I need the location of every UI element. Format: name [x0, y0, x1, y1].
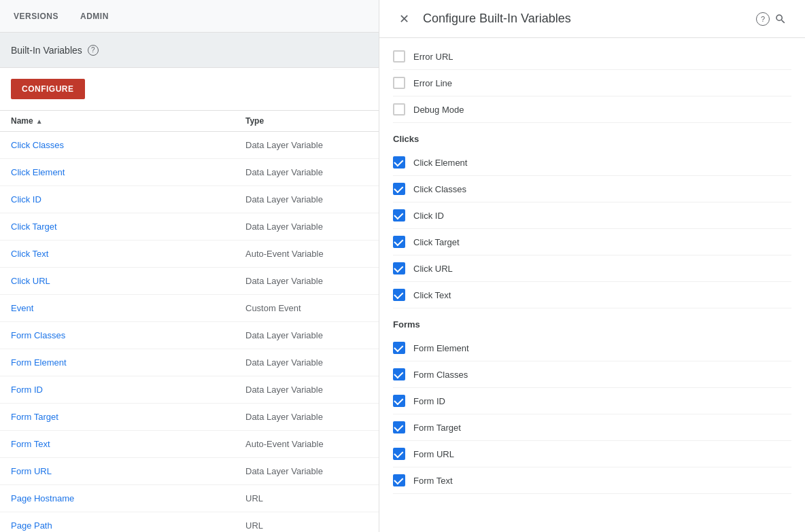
table-row[interactable]: Page Path URL: [0, 512, 379, 532]
table-row[interactable]: Form Classes Data Layer Variable: [0, 322, 379, 349]
row-name[interactable]: Click Classes: [11, 140, 245, 150]
variable-label: Click URL: [413, 264, 453, 274]
variable-checkbox[interactable]: [393, 156, 405, 169]
tab-admin[interactable]: ADMIN: [78, 0, 112, 33]
col-name-header: Name ▲: [11, 116, 245, 126]
table-row[interactable]: Form Target Data Layer Variable: [0, 404, 379, 431]
row-type: Auto-Event Variable: [245, 439, 368, 449]
table-row[interactable]: Form Text Auto-Event Variable: [0, 431, 379, 458]
panel-help-icon[interactable]: ?: [756, 12, 770, 26]
var-row: Click URL: [393, 255, 791, 282]
var-row: Form Element: [393, 335, 791, 361]
variable-label: Click ID: [413, 211, 444, 221]
row-type: Data Layer Variable: [245, 167, 368, 177]
row-type: Data Layer Variable: [245, 412, 368, 422]
table-row[interactable]: Event Custom Event: [0, 295, 379, 322]
variable-checkbox[interactable]: [393, 262, 405, 274]
variable-checkbox[interactable]: [393, 50, 405, 63]
table-row[interactable]: Page Hostname URL: [0, 485, 379, 512]
row-type: Data Layer Variable: [245, 357, 368, 368]
variable-label: Debug Mode: [413, 105, 464, 115]
row-name[interactable]: Page Hostname: [11, 493, 245, 503]
variable-label: Form URL: [413, 449, 454, 459]
variable-checkbox[interactable]: [393, 103, 405, 116]
variable-checkbox[interactable]: [393, 342, 405, 354]
table-row[interactable]: Form URL Data Layer Variable: [0, 458, 379, 485]
row-name[interactable]: Click ID: [11, 194, 245, 205]
variable-checkbox[interactable]: [393, 448, 405, 460]
row-type: URL: [245, 520, 368, 531]
col-type-header: Type: [245, 116, 368, 126]
variable-label: Form ID: [413, 396, 445, 406]
row-name[interactable]: Event: [11, 303, 245, 313]
table-row[interactable]: Click Target Data Layer Variable: [0, 213, 379, 241]
table-row[interactable]: Click Classes Data Layer Variable: [0, 132, 379, 159]
configure-button[interactable]: CONFIGURE: [11, 79, 85, 99]
row-type: Custom Event: [245, 303, 368, 313]
variable-label: Form Element: [413, 343, 469, 353]
row-type: Data Layer Variable: [245, 466, 368, 476]
row-name[interactable]: Form Target: [11, 412, 245, 422]
table-row[interactable]: Click URL Data Layer Variable: [0, 268, 379, 295]
row-name[interactable]: Page Path: [11, 520, 245, 531]
row-type: URL: [245, 493, 368, 503]
sort-icon: ▲: [36, 118, 43, 125]
variable-label: Form Target: [413, 423, 461, 433]
table-body: Click Classes Data Layer Variable Click …: [0, 132, 379, 532]
panel-header: ✕ Configure Built-In Variables ?: [379, 0, 805, 38]
var-row: Error URL: [393, 43, 791, 70]
section-label: Forms: [393, 308, 791, 335]
row-type: Data Layer Variable: [245, 330, 368, 340]
table-row[interactable]: Click ID Data Layer Variable: [0, 186, 379, 213]
variable-checkbox[interactable]: [393, 289, 405, 301]
variable-checkbox[interactable]: [393, 209, 405, 221]
close-button[interactable]: ✕: [393, 8, 415, 30]
var-row: Form Text: [393, 467, 791, 494]
row-type: Data Layer Variable: [245, 385, 368, 395]
table-row[interactable]: Form ID Data Layer Variable: [0, 376, 379, 404]
tab-versions[interactable]: VERSIONS: [11, 0, 61, 33]
variable-checkbox[interactable]: [393, 77, 405, 89]
variable-label: Click Text: [413, 290, 451, 300]
row-name[interactable]: Form Element: [11, 357, 245, 368]
row-name[interactable]: Form Text: [11, 439, 245, 449]
variable-checkbox[interactable]: [393, 236, 405, 248]
variable-checkbox[interactable]: [393, 474, 405, 486]
built-in-header: Built-In Variables ?: [0, 33, 379, 68]
var-row: Form URL: [393, 441, 791, 467]
search-icon[interactable]: [770, 8, 791, 30]
row-name[interactable]: Form ID: [11, 385, 245, 395]
var-row: Click Classes: [393, 176, 791, 202]
panel-title: Configure Built-In Variables: [423, 12, 751, 26]
variable-label: Click Target: [413, 237, 460, 247]
table-row[interactable]: Click Text Auto-Event Variable: [0, 241, 379, 268]
var-row: Click ID: [393, 202, 791, 229]
configure-section: CONFIGURE: [0, 68, 379, 111]
variable-checkbox[interactable]: [393, 395, 405, 407]
var-row: Click Text: [393, 282, 791, 308]
var-row: Debug Mode: [393, 96, 791, 123]
row-name[interactable]: Form Classes: [11, 330, 245, 340]
row-type: Data Layer Variable: [245, 140, 368, 150]
var-row: Form Target: [393, 414, 791, 441]
table-row[interactable]: Click Element Data Layer Variable: [0, 159, 379, 186]
variable-checkbox[interactable]: [393, 368, 405, 380]
row-name[interactable]: Form URL: [11, 466, 245, 476]
variable-label: Form Classes: [413, 370, 468, 380]
row-type: Data Layer Variable: [245, 276, 368, 286]
row-name[interactable]: Click Target: [11, 221, 245, 232]
row-name[interactable]: Click Element: [11, 167, 245, 177]
var-row: Form Classes: [393, 361, 791, 388]
row-name[interactable]: Click Text: [11, 249, 245, 259]
var-row: Click Target: [393, 229, 791, 255]
variable-label: Error URL: [413, 52, 453, 62]
variable-label: Click Element: [413, 158, 467, 168]
variable-label: Form Text: [413, 476, 453, 486]
variable-checkbox[interactable]: [393, 183, 405, 195]
row-name[interactable]: Click URL: [11, 276, 245, 286]
row-type: Data Layer Variable: [245, 194, 368, 205]
variable-label: Error Line: [413, 78, 452, 88]
variable-checkbox[interactable]: [393, 421, 405, 433]
built-in-help-icon[interactable]: ?: [88, 45, 99, 56]
table-row[interactable]: Form Element Data Layer Variable: [0, 349, 379, 376]
